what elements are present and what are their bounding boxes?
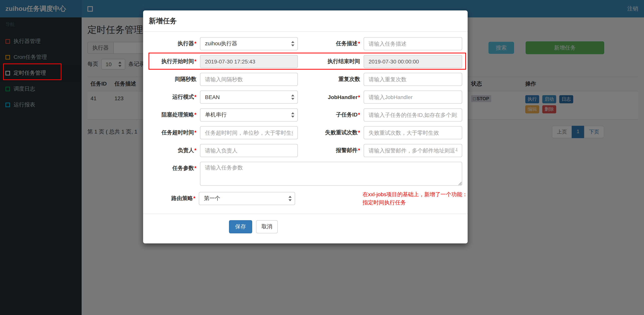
- repeat-label: 重复次数: [298, 76, 364, 83]
- retry-input[interactable]: [364, 126, 462, 139]
- required-marker: *: [194, 195, 196, 201]
- route-strategy-select-value: 第一个: [204, 195, 220, 202]
- modal-header: 新增任务: [143, 11, 468, 32]
- app-root: zuihou任务调度中心 注销 导航 执行器管理 Cron任务管理 定时任务管理: [0, 0, 644, 315]
- owner-label: 负责人*: [143, 147, 200, 154]
- end-time-label: 执行结束时间: [298, 58, 364, 65]
- row-runmode-jobhandler: 运行模式* BEAN JobHandler*: [143, 91, 468, 104]
- owner-input[interactable]: [200, 144, 298, 157]
- row-start-end-time: 执行开始时间* 执行结束时间: [143, 55, 468, 68]
- select-arrows-icon: [288, 196, 292, 201]
- required-marker: *: [194, 58, 196, 64]
- interval-input[interactable]: [200, 73, 298, 86]
- timeout-label: 任务超时时间*: [143, 129, 200, 136]
- feature-note: 在xxl-jobs项目的基础上，新增了一个功能： 指定时间执行任务: [362, 190, 468, 207]
- interval-label: 间隔秒数: [143, 76, 200, 83]
- required-marker: *: [194, 94, 196, 100]
- select-arrows-icon: [291, 94, 295, 100]
- job-handler-label: JobHandler*: [298, 94, 364, 100]
- required-marker: *: [358, 94, 360, 100]
- executor-select[interactable]: zuihou执行器: [200, 37, 298, 50]
- required-marker: *: [194, 129, 196, 135]
- required-marker: *: [194, 147, 196, 153]
- block-strategy-label: 阻塞处理策略*: [143, 111, 200, 118]
- modal-footer: 保存 取消: [143, 214, 468, 233]
- block-strategy-select[interactable]: 单机串行: [200, 108, 298, 122]
- required-marker: *: [358, 40, 360, 47]
- run-mode-select[interactable]: BEAN: [200, 91, 298, 104]
- start-time-input[interactable]: [200, 55, 298, 68]
- cancel-button[interactable]: 取消: [256, 220, 278, 233]
- required-marker: *: [358, 129, 360, 135]
- run-mode-select-value: BEAN: [205, 94, 220, 100]
- row-timeout-retry: 任务超时时间* 失败重试次数*: [143, 126, 468, 139]
- block-strategy-select-value: 单机串行: [205, 111, 227, 118]
- repeat-input[interactable]: [364, 73, 462, 86]
- task-desc-input[interactable]: [364, 37, 462, 50]
- modal-title: 新增任务: [149, 17, 177, 25]
- feature-note-line-1: 在xxl-jobs项目的基础上，新增了一个功能：: [362, 190, 468, 198]
- child-job-label: 子任务ID*: [298, 111, 364, 118]
- select-arrows-icon: [291, 112, 295, 118]
- select-arrows-icon: [291, 41, 295, 47]
- job-handler-input[interactable]: [364, 91, 462, 104]
- row-interval-repeat: 间隔秒数 重复次数: [143, 73, 468, 86]
- route-strategy-select[interactable]: 第一个: [199, 192, 295, 205]
- add-task-modal: 新增任务 执行器* zuihou执行器 任务描述*: [143, 11, 468, 243]
- feature-note-line-2: 指定时间执行任务: [362, 198, 468, 207]
- required-marker: *: [194, 165, 196, 171]
- start-time-label: 执行开始时间*: [143, 58, 200, 65]
- row-route-strategy: 路由策略* 第一个 在xxl-jobs项目的基础上，新增了一个功能： 指定时间执…: [143, 190, 468, 207]
- required-marker: *: [194, 40, 196, 47]
- row-owner-email: 负责人* 报警邮件*: [143, 144, 468, 157]
- timeout-input[interactable]: [200, 126, 298, 139]
- retry-label: 失败重试次数*: [298, 129, 364, 136]
- task-params-textarea[interactable]: [200, 162, 462, 186]
- required-marker: *: [194, 111, 196, 118]
- end-time-input[interactable]: [364, 55, 462, 68]
- alarm-email-input[interactable]: [364, 144, 462, 157]
- task-desc-label: 任务描述*: [298, 40, 364, 47]
- executor-select-value: zuihou执行器: [205, 40, 237, 47]
- alarm-email-label: 报警邮件*: [298, 147, 364, 154]
- executor-label: 执行器*: [143, 40, 200, 47]
- task-params-label: 任务参数*: [143, 162, 200, 172]
- row-blockstrategy-childjob: 阻塞处理策略* 单机串行 子任务ID*: [143, 108, 468, 122]
- modal-body: 执行器* zuihou执行器 任务描述* 执行开始时间*: [143, 32, 468, 233]
- required-marker: *: [358, 147, 360, 153]
- row-task-params: 任务参数*: [143, 162, 468, 186]
- save-button[interactable]: 保存: [229, 220, 252, 233]
- child-job-input[interactable]: [364, 108, 462, 122]
- run-mode-label: 运行模式*: [143, 94, 200, 101]
- route-strategy-label: 路由策略*: [143, 195, 199, 202]
- required-marker: *: [358, 111, 360, 118]
- row-executor-desc: 执行器* zuihou执行器 任务描述*: [143, 37, 468, 50]
